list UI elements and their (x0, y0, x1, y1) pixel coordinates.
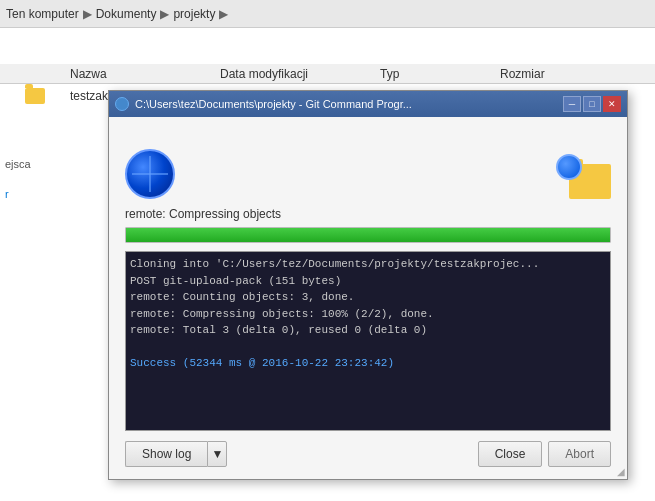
sidebar-label-ejsca: ejsca (5, 158, 31, 170)
log-line-success: Success (52344 ms @ 2016-10-22 23:23:42) (130, 355, 606, 372)
folder-globe-icon (556, 154, 611, 199)
dialog-footer: Show log ▼ Close Abort (125, 441, 611, 467)
titlebar-left: C:\Users\tez\Documents\projekty - Git Co… (115, 97, 412, 111)
folder-globe-globe (556, 154, 582, 180)
folder-globe-container (556, 154, 611, 199)
resize-handle[interactable]: ◢ (617, 466, 625, 477)
close-window-button[interactable]: ✕ (603, 96, 621, 112)
show-log-dropdown-button[interactable]: ▼ (207, 441, 227, 467)
minimize-button[interactable]: ─ (563, 96, 581, 112)
git-dialog: C:\Users\tez\Documents\projekty - Git Co… (108, 90, 628, 480)
progress-bar-container (125, 227, 611, 243)
col-header-type[interactable]: Typ (380, 67, 500, 81)
col-header-size[interactable]: Rozmiar (500, 67, 580, 81)
breadcrumb-sep-2: ▶ (160, 7, 169, 21)
col-header-name[interactable]: Nazwa (0, 67, 220, 81)
log-line-4: remote: Compressing objects: 100% (2/2),… (130, 306, 606, 323)
dialog-title: C:\Users\tez\Documents\projekty - Git Co… (135, 98, 412, 110)
titlebar-controls: ─ □ ✕ (563, 96, 621, 112)
row-icon-folder (0, 88, 70, 104)
breadcrumb-item-computer: Ten komputer (6, 7, 79, 21)
breadcrumb-item-documents: Dokumenty (96, 7, 157, 21)
dialog-titlebar: C:\Users\tez\Documents\projekty - Git Co… (109, 91, 627, 117)
sidebar-link[interactable]: r (5, 188, 9, 200)
folder-icon (25, 88, 45, 104)
log-line-1: Cloning into 'C:/Users/tez/Documents/pro… (130, 256, 606, 273)
breadcrumb-sep-1: ▶ (83, 7, 92, 21)
dialog-body: remote: Compressing objects Cloning into… (109, 117, 627, 479)
abort-button[interactable]: Abort (548, 441, 611, 467)
dialog-top-section (125, 129, 611, 199)
log-line-2: POST git-upload-pack (151 bytes) (130, 273, 606, 290)
breadcrumb-sep-3: ▶ (219, 7, 228, 21)
explorer-breadcrumb-bar: Ten komputer ▶ Dokumenty ▶ projekty ▶ (0, 0, 655, 28)
explorer-column-headers: Nazwa Data modyfikacji Typ Rozmiar (0, 64, 655, 84)
col-header-date[interactable]: Data modyfikacji (220, 67, 380, 81)
log-line-3: remote: Counting objects: 3, done. (130, 289, 606, 306)
close-button[interactable]: Close (478, 441, 543, 467)
globe-icon (125, 149, 175, 199)
log-area[interactable]: Cloning into 'C:/Users/tez/Documents/pro… (125, 251, 611, 431)
log-line-5: remote: Total 3 (delta 0), reused 0 (del… (130, 322, 606, 339)
progress-bar-fill (126, 228, 610, 242)
breadcrumb[interactable]: Ten komputer ▶ Dokumenty ▶ projekty ▶ (6, 7, 230, 21)
status-text: remote: Compressing objects (125, 207, 611, 221)
breadcrumb-item-projekty: projekty (173, 7, 215, 21)
footer-left-buttons: Show log ▼ (125, 441, 227, 467)
show-log-button[interactable]: Show log (125, 441, 207, 467)
log-line-blank (130, 339, 606, 356)
maximize-button[interactable]: □ (583, 96, 601, 112)
footer-right-buttons: Close Abort (478, 441, 611, 467)
git-dialog-icon (115, 97, 129, 111)
